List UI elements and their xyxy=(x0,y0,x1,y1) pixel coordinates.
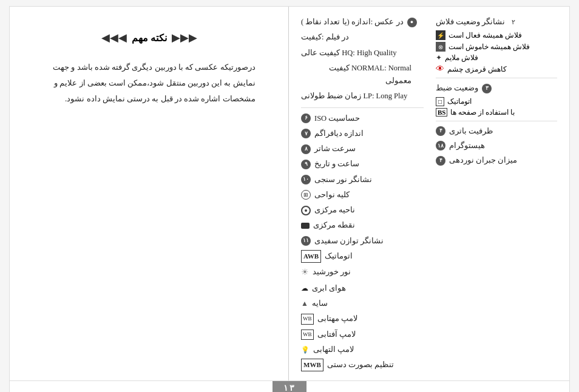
bs-item: با استفاده از صفحه ها BS xyxy=(436,108,557,117)
flash-on-label: فلاش همیشه فعال است xyxy=(449,31,522,40)
shutter-item: سرعت شاتر ۸ xyxy=(301,143,424,155)
lamp1-item: لامپ مهتابی WB xyxy=(301,313,424,325)
sun-label: نور خورشید xyxy=(313,266,351,279)
hq-item: HQ: High Quality کیفیت عالی xyxy=(301,47,424,59)
red-eye-icon: 👁 xyxy=(436,64,444,74)
mwb-label: تنظیم بصورت دستی xyxy=(327,359,394,371)
left-panel: ▶▶▶ نکته مهم ◀◀◀ درصورتیکه عکسی که با دو… xyxy=(10,7,289,380)
iso-item: حساسیت ISO ۶ xyxy=(301,112,424,125)
note-icon: ▶▶▶ xyxy=(172,31,197,44)
auto-icon: □ xyxy=(436,97,444,106)
film-quality-label: در فیلم :کیفیت xyxy=(301,31,349,44)
page-footer: ١٣ xyxy=(9,381,570,392)
record-header: ٣ وضعیت ضبط xyxy=(436,82,557,95)
center-point-item: نقطه مرکزی xyxy=(301,219,424,232)
photo-size-header: ● در عکس :اندازه (یا تعداد نقاط ) xyxy=(301,16,424,29)
flash-header: ٢ نشانگر وضعیت فلاش xyxy=(436,16,557,29)
awb-item: اتوماتیک AWB xyxy=(301,250,424,263)
shutter-label: سرعت شاتر xyxy=(314,143,356,155)
flash-header-label: نشانگر وضعیت فلاش xyxy=(436,16,505,29)
lamp3-item: لامپ التهابی 💡 xyxy=(301,343,424,356)
center-zone-item: ناحیه مرکزی xyxy=(301,204,424,217)
cloud-item: هوای ابری ☁ xyxy=(301,282,424,295)
section2-num: ٢ xyxy=(509,16,518,28)
section3-num: ٣ xyxy=(482,84,492,93)
shadow-label: سایه xyxy=(312,297,328,310)
note-icon-right: ◀◀◀ xyxy=(101,31,127,44)
iso-label: حساسیت ISO xyxy=(314,112,360,125)
shadow-item: سایه ▲ xyxy=(301,297,424,310)
cloud-label: هوای ابری xyxy=(312,282,346,295)
hq-label: HQ: High Quality کیفیت عالی xyxy=(301,47,397,59)
lp-item: LP: Long Play زمان ضبط طولانی xyxy=(301,90,424,103)
note-title: نکته مهم xyxy=(132,32,167,44)
flash-on-icon: ⚡ xyxy=(436,30,445,40)
ev-item: میزان جبران نوردهی ۴ xyxy=(436,154,557,167)
lamp3-icon: 💡 xyxy=(301,344,310,356)
center-zone-icon xyxy=(301,206,311,215)
divider2 xyxy=(436,121,557,121)
ev-label: میزان جبران نوردهی xyxy=(449,154,517,167)
wb-num: ١١ xyxy=(301,236,311,246)
flash-soft-icon: ✦ xyxy=(436,53,442,63)
histogram-num: ١٨ xyxy=(436,141,445,150)
red-eye-label: کاهش قرمزی چشم xyxy=(447,65,507,74)
wb-item: نشانگر توازن سفیدی ١١ xyxy=(301,235,424,248)
metering-item: نشانگر نور سنجی ١٠ xyxy=(301,174,424,186)
auto-item: اتوماتیک □ xyxy=(436,97,557,106)
content-area: ▶▶▶ نکته مهم ◀◀◀ درصورتیکه عکسی که با دو… xyxy=(9,6,570,381)
center-zone-label: ناحیه مرکزی xyxy=(314,204,355,217)
battery-label: ظرفیت باتری xyxy=(449,125,493,138)
lamp3-label: لامپ التهابی xyxy=(313,343,354,356)
bs-icon: BS xyxy=(436,108,447,117)
flash-off-icon: ⊗ xyxy=(436,42,445,52)
flash-off-label: فلاش همیشه خاموش است xyxy=(449,42,530,52)
metering-label: نشانگر نور سنجی xyxy=(314,174,372,186)
aperture-label: اندازه دیافراگم xyxy=(314,127,364,140)
awb-label: اتوماتیک xyxy=(325,250,353,263)
lamp2-icon: WB xyxy=(301,329,314,340)
all-zones-label: کلیه نواحی xyxy=(314,189,350,201)
battery-num: ۴ xyxy=(436,126,445,136)
normal-label: NORMAL: Normal کیفیت معمولی xyxy=(301,62,411,88)
datetime-label: ساعت و تاریخ xyxy=(314,158,359,171)
sun-item: نور خورشید ☀ xyxy=(301,265,424,280)
mwb-icon: MWB xyxy=(301,359,323,371)
flash-on-item: فلاش همیشه فعال است ⚡ xyxy=(436,30,557,40)
lamp2-item: لامپ آفتابی WB xyxy=(301,328,424,341)
note-header: ▶▶▶ نکته مهم ◀◀◀ xyxy=(101,31,197,44)
datetime-item: ساعت و تاریخ ۹ xyxy=(301,158,424,171)
page-container: ▶▶▶ نکته مهم ◀◀◀ درصورتیکه عکسی که با دو… xyxy=(0,0,579,392)
flash-off-item: فلاش همیشه خاموش است ⊗ xyxy=(436,42,557,52)
metering-num: ١٠ xyxy=(301,175,311,184)
lp-label: LP: Long Play زمان ضبط طولانی xyxy=(301,90,407,103)
page-number: ١٣ xyxy=(273,381,306,392)
divider3 xyxy=(301,107,424,108)
center-point-label: نقطه مرکزی xyxy=(313,219,355,232)
note-body: درصورتیکه عکسی که با دوربین دیگری گرفته … xyxy=(43,59,256,107)
all-zones-item: کلیه نواحی ⊞ xyxy=(301,189,424,201)
ev-num: ۴ xyxy=(436,156,445,166)
all-zones-icon: ⊞ xyxy=(301,190,311,200)
sun-icon: ☀ xyxy=(301,265,309,280)
photo-size-label: در عکس :اندازه (یا تعداد نقاط ) xyxy=(301,16,404,29)
mwb-item: تنظیم بصورت دستی MWB xyxy=(301,359,424,371)
record-label: وضعیت ضبط xyxy=(436,82,478,95)
cloud-icon: ☁ xyxy=(301,282,308,294)
shadow-icon: ▲ xyxy=(301,297,308,309)
shutter-num: ۸ xyxy=(301,144,311,154)
center-point-icon xyxy=(301,223,310,229)
right-panel: ٢ نشانگر وضعیت فلاش فلاش همیشه فعال است … xyxy=(289,7,569,380)
lamp1-icon: WB xyxy=(301,314,314,324)
wb-label: نشانگر توازن سفیدی xyxy=(314,235,384,248)
datetime-num: ۹ xyxy=(301,160,311,169)
battery-item: ظرفیت باتری ۴ xyxy=(436,125,557,138)
divider1 xyxy=(436,78,557,78)
red-eye-item: کاهش قرمزی چشم 👁 xyxy=(436,64,557,74)
flash-soft-label: فلاش ملایم xyxy=(445,53,478,63)
awb-icon: AWB xyxy=(301,250,321,263)
film-quality-header: در فیلم :کیفیت xyxy=(301,31,424,44)
auto-label: اتوماتیک xyxy=(447,97,472,106)
lamp1-label: لامپ مهتابی xyxy=(317,313,357,325)
right-content: ٢ نشانگر وضعیت فلاش فلاش همیشه فعال است … xyxy=(301,16,557,371)
